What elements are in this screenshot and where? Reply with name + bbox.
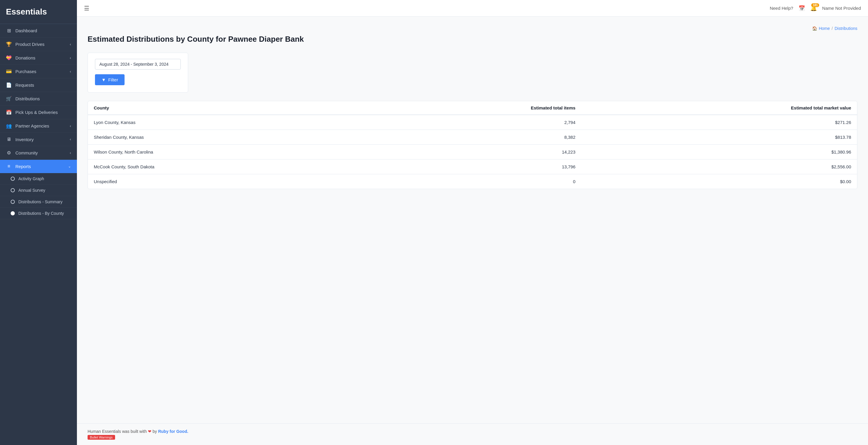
sidebar-item-inventory[interactable]: 🖥 Inventory ‹: [0, 133, 77, 146]
page-title: Estimated Distributions by County for Pa…: [88, 34, 857, 44]
filter-icon: ▼: [101, 77, 106, 82]
sidebar-item-reports[interactable]: ≡ Reports ⌄: [0, 160, 77, 173]
reports-icon: ≡: [6, 164, 12, 169]
cell-items: 13,796: [365, 159, 581, 174]
product-drives-icon: 🏆: [6, 41, 12, 47]
breadcrumb: 🏠 Home / Distributions: [88, 26, 857, 31]
col-county: County: [88, 101, 365, 115]
sidebar-item-distributions-summary[interactable]: Distributions - Summary: [0, 196, 77, 208]
sub-nav-label: Distributions - Summary: [18, 200, 62, 204]
notification-bell[interactable]: 🔔 181: [810, 5, 817, 11]
notification-badge: 181: [811, 3, 819, 7]
bullet-warnings-badge[interactable]: Bullet Warnings: [88, 435, 115, 440]
col-value: Estimated total market value: [581, 101, 857, 115]
table-row: Unspecified 0 $0.00: [88, 174, 857, 189]
page-content: 🏠 Home / Distributions Estimated Distrib…: [77, 17, 868, 423]
footer-text-after: by: [153, 429, 157, 434]
sidebar-item-label: Inventory: [16, 137, 34, 142]
heart-icon: ❤: [148, 429, 152, 434]
sidebar-item-distributions[interactable]: 🛒 Distributions: [0, 92, 77, 106]
table-row: McCook County, South Dakota 13,796 $2,55…: [88, 159, 857, 174]
circle-icon: [11, 177, 15, 181]
distributions-icon: 🛒: [6, 96, 12, 101]
sidebar-item-label: Requests: [16, 83, 34, 88]
breadcrumb-current[interactable]: Distributions: [835, 26, 857, 31]
filter-panel: ▼ Filter: [88, 53, 188, 93]
sidebar-item-purchases[interactable]: 💳 Purchases ‹: [0, 65, 77, 79]
cell-county: McCook County, South Dakota: [88, 159, 365, 174]
sidebar-item-community[interactable]: ⚙ Community ‹: [0, 146, 77, 160]
chevron-icon: ‹: [70, 69, 71, 74]
circle-icon: [11, 211, 15, 215]
sidebar-item-label: Distributions: [16, 96, 40, 101]
cell-county: Sheridan County, Kansas: [88, 129, 365, 144]
date-range-input[interactable]: [95, 59, 181, 69]
chevron-icon: ‹: [70, 42, 71, 47]
footer: Human Essentials was built with ❤ by Rub…: [77, 423, 868, 445]
calendar-icon[interactable]: 📅: [799, 5, 805, 11]
partner-agencies-icon: 👥: [6, 123, 12, 129]
inventory-icon: 🖥: [6, 137, 12, 142]
breadcrumb-home[interactable]: Home: [819, 26, 830, 31]
help-link[interactable]: Need Help?: [770, 6, 793, 11]
sidebar-item-partner-agencies[interactable]: 👥 Partner Agencies ‹: [0, 119, 77, 133]
topbar: ☰ Need Help? 📅 🔔 181 Name Not Provided: [77, 0, 868, 17]
username-label: Name Not Provided: [822, 6, 861, 11]
breadcrumb-separator: /: [832, 26, 833, 31]
cell-value: $271.26: [581, 115, 857, 130]
cell-value: $813.78: [581, 129, 857, 144]
sidebar: Essentials ⊞ Dashboard 🏆 Product Drives …: [0, 0, 77, 445]
sub-nav-label: Annual Survey: [18, 188, 45, 192]
chevron-icon: ‹: [70, 124, 71, 128]
sidebar-item-label: Partner Agencies: [16, 123, 49, 128]
sidebar-item-distributions-by-county[interactable]: Distributions - By County: [0, 208, 77, 219]
dashboard-icon: ⊞: [6, 28, 12, 33]
distributions-table: County Estimated total items Estimated t…: [88, 101, 857, 189]
ruby-for-good-link[interactable]: Ruby for Good.: [158, 429, 188, 434]
chevron-icon: ‹: [70, 151, 71, 155]
circle-icon: [11, 200, 15, 204]
col-items: Estimated total items: [365, 101, 581, 115]
sidebar-item-requests[interactable]: 📄 Requests: [0, 79, 77, 92]
filter-button[interactable]: ▼ Filter: [95, 74, 125, 85]
main-content: ☰ Need Help? 📅 🔔 181 Name Not Provided 🏠…: [77, 0, 868, 445]
brand-title: Essentials: [0, 0, 77, 24]
cell-items: 8,382: [365, 129, 581, 144]
cell-county: Unspecified: [88, 174, 365, 189]
requests-icon: 📄: [6, 82, 12, 88]
table-row: Sheridan County, Kansas 8,382 $813.78: [88, 129, 857, 144]
chevron-icon: ‹: [70, 137, 71, 142]
cell-county: Wilson County, North Carolina: [88, 144, 365, 159]
table-row: Lyon County, Kansas 2,794 $271.26: [88, 115, 857, 130]
sidebar-item-label: Product Drives: [16, 42, 44, 47]
home-icon: 🏠: [812, 26, 817, 31]
sidebar-item-label: Donations: [16, 55, 35, 60]
cell-county: Lyon County, Kansas: [88, 115, 365, 130]
sidebar-item-label: Purchases: [16, 69, 36, 74]
pickups-icon: 📅: [6, 110, 12, 115]
sub-nav-label: Activity Graph: [18, 176, 44, 181]
hamburger-button[interactable]: ☰: [84, 5, 89, 12]
cell-items: 14,223: [365, 144, 581, 159]
cell-value: $2,556.00: [581, 159, 857, 174]
circle-icon: [11, 188, 15, 192]
sidebar-item-dashboard[interactable]: ⊞ Dashboard: [0, 24, 77, 37]
cell-value: $1,380.96: [581, 144, 857, 159]
footer-text-before: Human Essentials was built with: [88, 429, 147, 434]
sidebar-item-product-drives[interactable]: 🏆 Product Drives ‹: [0, 37, 77, 51]
sidebar-item-activity-graph[interactable]: Activity Graph: [0, 173, 77, 185]
filter-button-label: Filter: [108, 77, 118, 82]
chevron-down-icon: ⌄: [68, 164, 71, 168]
sub-nav-label: Distributions - By County: [18, 211, 64, 216]
table-row: Wilson County, North Carolina 14,223 $1,…: [88, 144, 857, 159]
purchases-icon: 💳: [6, 69, 12, 74]
sidebar-item-annual-survey[interactable]: Annual Survey: [0, 185, 77, 196]
cell-items: 0: [365, 174, 581, 189]
sidebar-item-pickups[interactable]: 📅 Pick Ups & Deliveries: [0, 106, 77, 119]
sidebar-item-label: Reports: [16, 164, 31, 169]
chevron-icon: ‹: [70, 56, 71, 60]
sidebar-item-label: Community: [16, 150, 38, 155]
sidebar-item-label: Pick Ups & Deliveries: [16, 110, 58, 115]
cell-value: $0.00: [581, 174, 857, 189]
sidebar-item-donations[interactable]: 💝 Donations ‹: [0, 51, 77, 65]
